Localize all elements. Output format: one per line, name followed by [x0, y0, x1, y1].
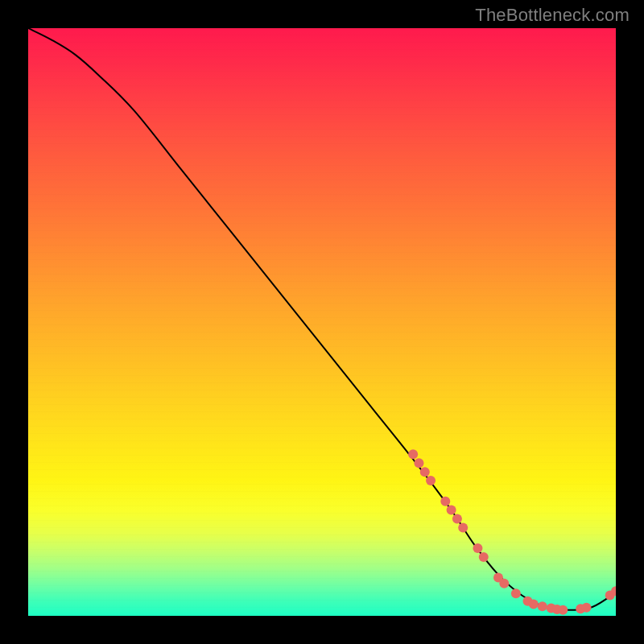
marker-dot — [511, 588, 521, 598]
marker-dot — [499, 579, 509, 588]
marker-dot — [458, 523, 468, 533]
dotted-segment-markers — [408, 449, 616, 614]
chart-area — [28, 28, 616, 616]
marker-dot — [538, 601, 547, 611]
marker-dot — [582, 603, 592, 613]
attribution-text: TheBottleneck.com — [475, 5, 630, 26]
marker-dot — [426, 476, 436, 485]
marker-dot — [408, 449, 418, 459]
marker-dot — [473, 543, 482, 553]
bottleneck-curve-line — [28, 28, 616, 610]
marker-dot — [440, 497, 450, 506]
marker-dot — [447, 506, 456, 515]
marker-dot — [420, 467, 430, 477]
marker-dot — [414, 458, 423, 468]
marker-dot — [452, 514, 462, 524]
marker-dot — [529, 599, 539, 609]
marker-dot — [558, 605, 568, 615]
chart-svg — [28, 28, 616, 616]
marker-dot — [479, 552, 489, 562]
